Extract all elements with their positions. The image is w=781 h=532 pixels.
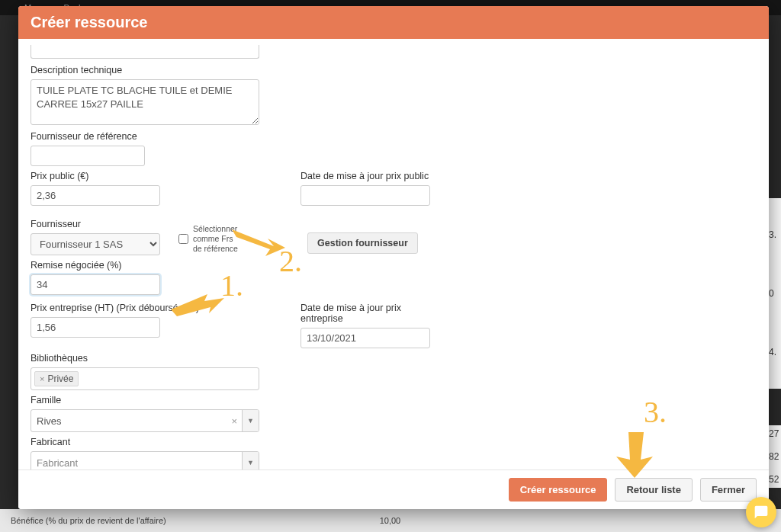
label-date-entreprise: Date de mise à jour prix entreprise (301, 303, 430, 324)
annotation-number-1: 1. (220, 268, 243, 303)
tag-remove-icon[interactable]: × (40, 374, 44, 383)
modal-footer: 3. Créer ressource Retour liste Fermer (18, 470, 769, 509)
group-fournisseur: Fournisseur Fournisseur 1 SAS (31, 219, 160, 255)
input-prix-public[interactable] (31, 185, 160, 206)
group-famille: Famille Rives × ▼ (31, 395, 757, 432)
bg-sideval: 27 (769, 428, 779, 439)
row-prix-entreprise: Prix entreprise (HT) (Prix déboursé sec)… (31, 303, 757, 348)
label-date-public: Date de mise à jour prix public (301, 171, 430, 181)
input-fournisseur-ref[interactable] (31, 146, 145, 166)
tag-label: Privée (47, 373, 73, 384)
group-fournisseur-ref: Fournisseur de référence (31, 131, 160, 166)
group-bibliotheques: Bibliothèques × Privée (31, 353, 757, 390)
bg-sideval: 52 (769, 474, 779, 485)
chat-widget-icon[interactable] (746, 497, 776, 527)
label-bibliotheques: Bibliothèques (31, 353, 757, 364)
gestion-fournisseur-button[interactable]: Gestion fournisseur (307, 232, 418, 254)
modal-title: Créer ressource (31, 14, 757, 31)
close-button[interactable]: Fermer (700, 478, 757, 502)
checkbox-frs-ref[interactable] (178, 234, 188, 244)
group-desc-tech: Description technique (31, 65, 259, 125)
label-famille: Famille (31, 395, 757, 405)
row-prix-public: Prix public (€) Date de mise à jour prix… (31, 171, 757, 206)
modal-header: Créer ressource (18, 6, 769, 39)
input-remise[interactable] (31, 274, 160, 295)
label-remise: Remise négociée (%) (31, 260, 160, 271)
label-desc-tech: Description technique (31, 65, 259, 75)
label-fabricant: Fabricant (31, 437, 757, 447)
back-to-list-button[interactable]: Retour liste (615, 478, 693, 502)
bg-bottom-num: 10,00 (380, 516, 401, 525)
modal-body: Description technique Fournisseur de réf… (18, 39, 769, 470)
bg-val: 0 (769, 288, 779, 299)
create-resource-modal: Créer ressource Description technique Fo… (18, 6, 769, 509)
input-date-entreprise[interactable] (301, 328, 430, 348)
partial-top-input[interactable] (31, 45, 259, 59)
select-fournisseur[interactable]: Fournisseur 1 SAS (31, 233, 160, 255)
group-prix-public: Prix public (€) (31, 171, 160, 206)
tag-privee: × Privée (34, 371, 79, 386)
chevron-down-icon[interactable]: ▼ (242, 452, 259, 470)
input-date-public[interactable] (301, 185, 430, 206)
input-bibliotheques[interactable]: × Privée (31, 367, 259, 390)
input-prix-entreprise[interactable] (31, 317, 160, 338)
label-prix-public: Prix public (€) (31, 171, 160, 181)
group-date-public: Date de mise à jour prix public (301, 171, 430, 206)
group-frs-ref-checkbox: Sélectionner comme Frs de référence (178, 224, 240, 254)
label-fournisseur-ref: Fournisseur de référence (31, 131, 160, 142)
clear-icon[interactable]: × (227, 415, 242, 427)
bg-val: 3. (769, 229, 779, 240)
backdrop-right-strip: 3. 0 4. (767, 198, 781, 389)
bg-sideval: 82 (769, 451, 779, 462)
bg-bottom-label: Bénéfice (% du prix de revient de l'affa… (11, 516, 166, 525)
fabricant-placeholder: Fabricant (37, 457, 242, 469)
group-fabricant: Fabricant Fabricant ▼ (31, 437, 757, 470)
input-desc-tech[interactable] (31, 79, 259, 125)
label-checkbox-frs-ref: Sélectionner comme Frs de référence (193, 224, 240, 254)
label-fournisseur: Fournisseur (31, 219, 160, 229)
select-famille[interactable]: Rives × ▼ (31, 409, 259, 432)
bg-val: 4. (769, 347, 779, 357)
famille-value: Rives (37, 415, 227, 427)
select-fabricant[interactable]: Fabricant ▼ (31, 451, 259, 470)
chevron-down-icon[interactable]: ▼ (242, 410, 259, 431)
create-resource-button[interactable]: Créer ressource (509, 478, 608, 502)
label-prix-entreprise: Prix entreprise (HT) (Prix déboursé sec) (31, 303, 160, 313)
row-fournisseur: Fournisseur Fournisseur 1 SAS Sélectionn… (31, 210, 757, 255)
backdrop-bottom-bar: Bénéfice (% du prix de revient de l'affa… (0, 509, 781, 532)
group-remise: Remise négociée (%) (31, 260, 160, 295)
group-prix-entreprise: Prix entreprise (HT) (Prix déboursé sec) (31, 303, 160, 338)
group-date-entreprise: Date de mise à jour prix entreprise (301, 303, 430, 348)
